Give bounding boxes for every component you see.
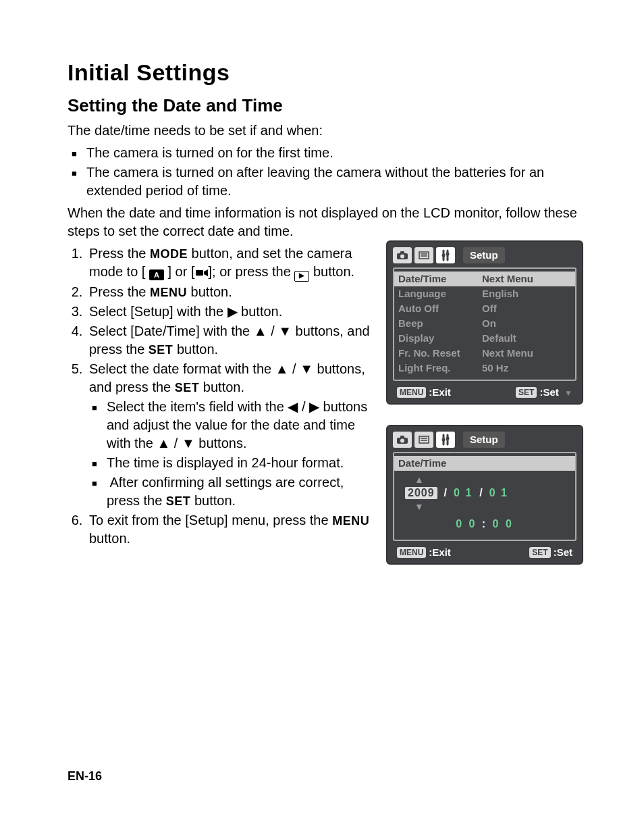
text: Press the <box>89 246 150 261</box>
page-title: Initial Settings <box>68 59 583 86</box>
date-line: 2009 / 0 1 / 0 1 <box>401 487 568 499</box>
setup-tab-icon <box>436 432 455 448</box>
menu-value: Off <box>482 301 571 316</box>
text: ]; or press the <box>209 264 295 279</box>
set-action-label: :Set <box>554 546 572 558</box>
page-number: EN-16 <box>68 769 102 783</box>
set-action-label: :Set <box>539 386 558 398</box>
menu-row: Light Freq. 50 Hz <box>394 361 575 376</box>
page: Initial Settings Setting the Date and Ti… <box>0 0 644 824</box>
menu-value: Next Menu <box>482 346 571 361</box>
hour-value: 0 0 <box>456 518 477 530</box>
set-label: SET <box>166 494 191 508</box>
svg-point-4 <box>400 255 404 259</box>
svg-rect-5 <box>419 252 429 259</box>
step-4: Select [Date/Time] with the ▲ / ▼ button… <box>86 322 370 359</box>
month-value: 0 1 <box>454 487 473 499</box>
svg-point-12 <box>400 439 404 443</box>
list-tab-icon <box>414 247 433 263</box>
text: button. <box>199 380 244 394</box>
lcd-setup-menu: Setup Date/Time Next Menu Language Engli… <box>386 240 583 405</box>
menu-label: MENU <box>332 514 369 527</box>
step-6: To exit from the [Setup] menu, press the… <box>86 511 370 548</box>
menu-row: Beep On <box>394 316 575 331</box>
menu-key: Auto Off <box>398 301 482 316</box>
camera-tab-icon <box>393 432 412 448</box>
minute-value: 0 0 <box>493 518 514 530</box>
day-value: 0 1 <box>489 487 508 499</box>
set-button-icon: SET <box>529 547 550 558</box>
svg-point-9 <box>446 253 450 256</box>
separator: / <box>479 487 482 499</box>
section-title: Setting the Date and Time <box>68 95 583 116</box>
steps-list: Press the MODE button, and set the camer… <box>68 244 370 548</box>
text: button. <box>309 264 354 279</box>
exit-label: :Exit <box>429 386 451 398</box>
separator: / <box>444 487 447 499</box>
step-1: Press the MODE button, and set the camer… <box>86 244 370 282</box>
menu-row-selected: Date/Time <box>394 456 575 471</box>
list-tab-icon <box>414 432 433 448</box>
text: Select [Date/Time] with the ▲ / ▼ button… <box>89 324 370 357</box>
menu-row: Display Default <box>394 331 575 346</box>
menu-key: Date/Time <box>398 272 482 286</box>
lcd-tabbar: Setup <box>393 246 576 265</box>
menu-key: Beep <box>398 316 482 331</box>
menu-row-selected: Date/Time Next Menu <box>394 272 575 286</box>
playback-icon: ▶ <box>294 271 309 282</box>
date-time-area: ▲ 2009 / 0 1 / 0 1 ▼ 0 0 : 0 0 <box>394 471 575 536</box>
step-5-sublist: Select the item's field with the ◀ / ▶ b… <box>89 398 370 510</box>
menu-key: Light Freq. <box>398 361 482 376</box>
menu-value: English <box>482 286 571 301</box>
text: Press the <box>89 284 150 299</box>
lcd-tabbar: Setup <box>393 430 576 449</box>
lcd-menu-content: Date/Time Next Menu Language English Aut… <box>393 267 576 381</box>
exit-label: :Exit <box>429 546 451 558</box>
menu-row: Auto Off Off <box>394 301 575 316</box>
menu-row: Fr. No. Reset Next Menu <box>394 346 575 361</box>
step-3: Select [Setup] with the ▶ button. <box>86 303 370 321</box>
text: button. <box>173 342 218 357</box>
intro-text-2: When the date and time information is no… <box>68 204 583 240</box>
list-item: The camera is turned on for the first ti… <box>86 144 583 162</box>
svg-point-17 <box>446 437 450 440</box>
time-line: 0 0 : 0 0 <box>401 518 568 530</box>
auto-mode-icon: A <box>149 269 164 280</box>
intro-bullets: The camera is turned on for the first ti… <box>68 144 583 200</box>
menu-label: MENU <box>150 286 187 299</box>
text: button. <box>89 531 130 546</box>
svg-rect-11 <box>400 436 404 438</box>
text: button. <box>187 284 232 299</box>
menu-value: 50 Hz <box>482 361 571 376</box>
text: ] or [ <box>164 264 195 279</box>
up-arrow-icon: ▲ <box>401 475 568 484</box>
list-item: After confirming all settings are correc… <box>107 473 370 510</box>
svg-point-8 <box>442 254 446 257</box>
set-button-icon: SET <box>516 387 537 398</box>
svg-point-16 <box>442 438 446 442</box>
menu-key: Display <box>398 331 482 346</box>
svg-rect-3 <box>400 251 404 254</box>
svg-rect-0 <box>196 270 203 276</box>
down-arrow-icon: ▼ <box>564 388 572 398</box>
menu-key: Language <box>398 286 482 301</box>
step-5: Select the date format with the ▲ / ▼ bu… <box>86 360 370 510</box>
menu-key: Fr. No. Reset <box>398 346 482 361</box>
year-value: 2009 <box>405 487 437 499</box>
camera-tab-icon <box>393 247 412 263</box>
lcd-date-time: Setup Date/Time ▲ 2009 / 0 1 / 0 1 <box>386 425 583 565</box>
setup-tab-icon <box>436 247 455 263</box>
menu-button-icon: MENU <box>397 547 426 558</box>
lcd-datetime-content: Date/Time ▲ 2009 / 0 1 / 0 1 ▼ <box>393 452 576 541</box>
lcd-tab-label: Setup <box>463 247 505 263</box>
menu-value: Default <box>482 331 571 346</box>
svg-marker-1 <box>204 269 208 276</box>
mode-label: MODE <box>150 247 188 261</box>
step-2: Press the MENU button. <box>86 283 370 301</box>
down-arrow-icon: ▼ <box>401 502 568 511</box>
set-label: SET <box>175 381 200 394</box>
set-label: SET <box>149 343 173 357</box>
lcd-footer: MENU:Exit SET:Set <box>393 544 576 558</box>
menu-value: Next Menu <box>482 272 571 286</box>
list-item: The camera is turned on after leaving th… <box>86 163 583 200</box>
